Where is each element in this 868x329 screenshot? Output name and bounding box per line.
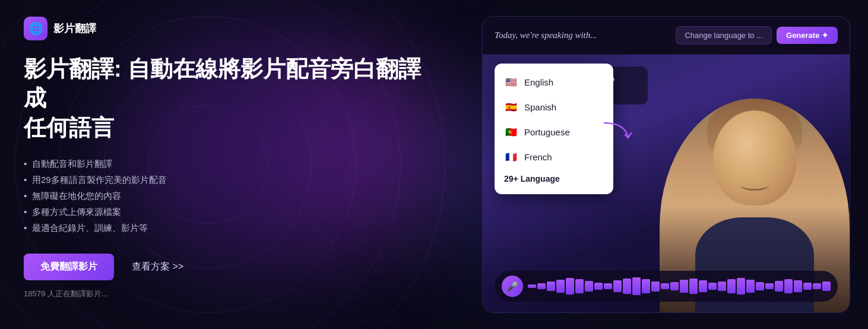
wave-bar xyxy=(794,280,802,292)
lang-option[interactable]: 🇪🇸Spanish xyxy=(495,94,613,119)
lang-name: English xyxy=(524,77,553,87)
arrow-indicator xyxy=(601,120,637,144)
logo-area: 🌐 影片翻譯 xyxy=(24,17,439,40)
person-smile xyxy=(740,179,769,191)
wave-bar xyxy=(737,278,745,295)
flag-icon: 🇪🇸 xyxy=(504,100,518,114)
wave-bar xyxy=(746,280,755,292)
lang-name: French xyxy=(524,152,552,162)
feature-item: 無障礙在地化您的內容 xyxy=(24,188,439,204)
wave-bar xyxy=(718,281,726,291)
wave-bar xyxy=(775,281,783,292)
wave-bar xyxy=(727,279,736,293)
wave-bar xyxy=(613,280,622,292)
wave-bar xyxy=(803,283,812,290)
video-area: Hoy estamos hablando con... 🇺🇸English🇪🇸S… xyxy=(483,55,850,312)
lang-option[interactable]: 🇵🇹Portuguese xyxy=(495,119,613,144)
feature-item: 自動配音和影片翻譯 xyxy=(24,156,439,172)
demo-topbar: Today, we're speaking with... Change lan… xyxy=(483,17,850,55)
left-panel: 🌐 影片翻譯 影片翻譯: 自動在線將影片配音旁白翻譯成 任何語言 自動配音和影片… xyxy=(0,0,463,329)
flag-icon: 🇫🇷 xyxy=(504,150,518,164)
demo-card: Today, we're speaking with... Change lan… xyxy=(482,16,850,313)
flag-icon: 🇵🇹 xyxy=(504,125,518,139)
wave-bar xyxy=(689,279,698,295)
wave-bar xyxy=(765,283,774,290)
lang-option[interactable]: 🇺🇸English xyxy=(495,69,613,94)
wave-bar xyxy=(528,284,536,289)
wave-bar xyxy=(632,277,641,295)
person-face xyxy=(713,110,796,205)
user-count: 18579 人正在翻譯影片... xyxy=(24,289,439,299)
language-dropdown: 🇺🇸English🇪🇸Spanish🇵🇹Portuguese🇫🇷French29… xyxy=(495,64,613,194)
feature-item: 用29多種語言製作完美的影片配音 xyxy=(24,172,439,188)
speaking-text: Today, we're speaking with... xyxy=(495,30,597,40)
wave-bar xyxy=(585,281,593,292)
cta-area: 免費翻譯影片 查看方案 >> xyxy=(24,254,439,280)
globe-icon: 🌐 xyxy=(28,21,43,36)
wave-bar xyxy=(699,280,707,292)
wave-bar xyxy=(556,280,565,292)
wave-bar xyxy=(708,283,717,290)
free-translate-button[interactable]: 免費翻譯影片 xyxy=(24,254,114,280)
generate-button[interactable]: Generate ✦ xyxy=(777,27,838,44)
page-title: 影片翻譯: 自動在線將影片配音旁白翻譯成 任何語言 xyxy=(24,55,439,143)
more-languages: 29+ Language xyxy=(495,169,613,188)
demo-controls: Change language to ... Generate ✦ xyxy=(676,26,838,45)
lang-option[interactable]: 🇫🇷French xyxy=(495,144,613,169)
view-plans-link[interactable]: 查看方案 >> xyxy=(132,261,183,273)
wave-bar xyxy=(575,279,584,293)
feature-list: 自動配音和影片翻譯用29多種語言製作完美的影片配音無障礙在地化您的內容多種方式上… xyxy=(24,156,439,236)
feature-item: 最適合紀錄片、訓練、影片等 xyxy=(24,220,439,236)
mic-icon: 🎤 xyxy=(506,281,518,292)
lang-name: Spanish xyxy=(524,102,556,112)
flag-icon: 🇺🇸 xyxy=(504,75,518,89)
lang-name: Portuguese xyxy=(524,127,570,137)
waveform xyxy=(528,277,831,295)
wave-bar xyxy=(680,280,688,292)
waveform-bar: 🎤 xyxy=(495,271,838,302)
wave-bar xyxy=(813,283,821,289)
wave-bar xyxy=(566,278,574,295)
wave-bar xyxy=(756,282,764,290)
wave-bar xyxy=(661,283,669,290)
change-language-button[interactable]: Change language to ... xyxy=(676,26,772,45)
logo-icon: 🌐 xyxy=(24,17,47,40)
mic-button[interactable]: 🎤 xyxy=(502,276,523,297)
wave-bar xyxy=(784,279,793,294)
wave-bar xyxy=(594,283,603,290)
wave-bar xyxy=(604,283,612,289)
wave-bar xyxy=(642,279,650,293)
wave-bar xyxy=(623,279,631,294)
wave-bar xyxy=(651,281,660,292)
wave-bar xyxy=(670,282,679,290)
wave-bar xyxy=(547,281,555,291)
right-panel: Today, we're speaking with... Change lan… xyxy=(464,0,868,329)
wave-bar xyxy=(537,283,546,290)
logo-text: 影片翻譯 xyxy=(53,21,96,36)
wave-bar xyxy=(822,281,831,291)
feature-item: 多種方式上傳來源檔案 xyxy=(24,204,439,220)
